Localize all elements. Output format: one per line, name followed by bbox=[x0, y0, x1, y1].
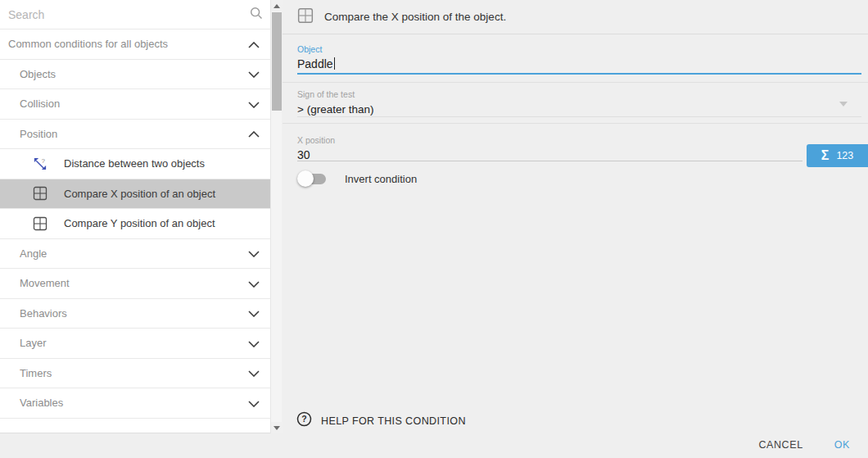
sidebar-item-label: Compare X position of an object bbox=[64, 188, 215, 200]
condition-header: Compare the X position of the object. bbox=[283, 0, 868, 34]
chevron-down-icon bbox=[248, 97, 260, 111]
sidebar-item-objects[interactable]: Objects bbox=[0, 60, 270, 90]
xposition-field-underline bbox=[297, 161, 802, 161]
svg-text:?: ? bbox=[41, 156, 45, 164]
sidebar-item-angle[interactable]: Angle bbox=[0, 239, 270, 270]
sidebar-item-collision[interactable]: Collision bbox=[0, 89, 270, 120]
chevron-down-icon bbox=[248, 396, 260, 410]
sidebar-item-label: Common conditions for all objects bbox=[8, 38, 168, 50]
chevron-up-icon bbox=[248, 126, 260, 141]
chevron-down-icon bbox=[248, 276, 260, 291]
sidebar-item-label: Angle bbox=[20, 247, 47, 260]
condition-editor-dialog: Common conditions for all objects Object… bbox=[0, 0, 868, 458]
scrollbar-up-arrow[interactable] bbox=[271, 0, 283, 11]
help-link-label: HELP FOR THIS CONDITION bbox=[321, 415, 466, 427]
xposition-field-label: X position bbox=[297, 135, 335, 145]
distance-arrows-icon: ? bbox=[33, 156, 47, 171]
svg-text:?: ? bbox=[301, 414, 306, 424]
condition-settings-panel: Compare the X position of the object. Ob… bbox=[283, 0, 868, 458]
sidebar-item-label: Compare Y position of an object bbox=[64, 217, 215, 229]
sign-field-label: Sign of the test bbox=[297, 89, 355, 99]
chevron-down-icon bbox=[248, 365, 260, 380]
sidebar-item-distance-between-objects[interactable]: ? Distance between two objects bbox=[0, 149, 270, 179]
sidebar-item-label: Variables bbox=[20, 397, 63, 409]
expression-editor-button[interactable]: Σ 123 bbox=[807, 144, 868, 167]
invert-condition-toggle[interactable] bbox=[297, 170, 328, 187]
sign-field-underline bbox=[297, 116, 861, 117]
chevron-down-icon bbox=[248, 66, 260, 81]
sidebar-scrollbar[interactable] bbox=[270, 0, 282, 433]
sidebar-item-label: Timers bbox=[20, 367, 52, 379]
search-input[interactable] bbox=[8, 8, 249, 21]
toggle-thumb bbox=[297, 170, 314, 187]
scrollbar-thumb[interactable] bbox=[272, 12, 282, 111]
object-field-label: Object bbox=[297, 44, 322, 54]
sidebar-item-label: Behaviors bbox=[20, 307, 67, 320]
search-icon bbox=[249, 6, 264, 24]
chevron-down-icon bbox=[248, 246, 260, 261]
sidebar-item-movement[interactable]: Movement bbox=[0, 269, 270, 299]
sidebar-item-label: Objects bbox=[20, 68, 56, 80]
section-divider bbox=[283, 82, 868, 83]
grid-icon bbox=[33, 216, 47, 231]
condition-title: Compare the X position of the object. bbox=[324, 11, 506, 23]
sidebar-item-behaviors[interactable]: Behaviors bbox=[0, 299, 270, 329]
select-dropdown-arrow[interactable] bbox=[839, 102, 848, 107]
sidebar-item-label: Distance between two objects bbox=[64, 157, 205, 170]
sidebar-item-common-conditions[interactable]: Common conditions for all objects bbox=[0, 29, 270, 60]
ok-button[interactable]: OK bbox=[834, 439, 850, 451]
search-row bbox=[0, 0, 270, 29]
section-divider bbox=[283, 123, 868, 124]
sidebar-item-compare-y-position[interactable]: Compare Y position of an object bbox=[0, 209, 270, 239]
text-cursor bbox=[334, 57, 336, 70]
question-circle-icon: ? bbox=[296, 411, 312, 430]
help-link[interactable]: ? HELP FOR THIS CONDITION bbox=[296, 411, 466, 430]
sidebar-item-compare-x-position[interactable]: Compare X position of an object bbox=[0, 179, 270, 210]
chevron-down-icon bbox=[248, 336, 260, 351]
cancel-button[interactable]: CANCEL bbox=[758, 439, 802, 451]
dialog-actions: CANCEL OK bbox=[758, 439, 850, 451]
sidebar-item-layer[interactable]: Layer bbox=[0, 329, 270, 359]
sidebar-item-timers[interactable]: Timers bbox=[0, 359, 270, 389]
object-field-input[interactable]: Paddle bbox=[297, 57, 335, 70]
conditions-sidebar: Common conditions for all objects Object… bbox=[0, 0, 270, 433]
sign-select[interactable]: > (greater than) bbox=[297, 103, 373, 116]
sidebar-item-label: Movement bbox=[20, 277, 70, 289]
chevron-down-icon bbox=[248, 306, 260, 320]
object-field-underline bbox=[297, 73, 861, 75]
grid-icon bbox=[33, 186, 47, 201]
grid-icon bbox=[297, 7, 314, 27]
sidebar-item-label: Layer bbox=[20, 337, 47, 349]
invert-condition-row: Invert condition bbox=[297, 170, 417, 188]
chevron-up-icon bbox=[248, 37, 260, 52]
sidebar-item-position[interactable]: Position bbox=[0, 120, 270, 150]
sidebar-item-variables[interactable]: Variables bbox=[0, 388, 270, 419]
sidebar-item-label: Collision bbox=[20, 97, 60, 110]
invert-condition-label: Invert condition bbox=[345, 173, 417, 185]
sidebar-item-label: Position bbox=[20, 128, 57, 140]
xposition-input[interactable]: 30 bbox=[297, 148, 310, 161]
expression-button-label: 123 bbox=[836, 150, 853, 161]
sigma-icon: Σ bbox=[821, 148, 830, 163]
scrollbar-down-arrow[interactable] bbox=[271, 422, 283, 433]
